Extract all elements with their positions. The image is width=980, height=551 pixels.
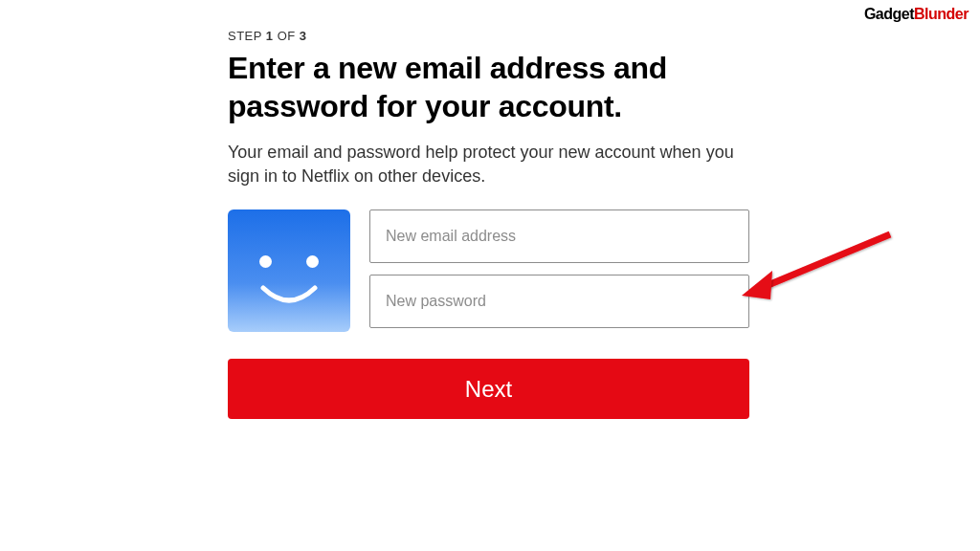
avatar-smile [259,284,319,311]
watermark: GadgetBlunder [864,6,969,23]
password-placeholder: New password [386,293,486,310]
password-field[interactable]: New password [369,275,749,328]
step-indicator: STEP 1 OF 3 [228,29,749,43]
form-row: New email address New password [228,209,749,332]
signup-form: STEP 1 OF 3 Enter a new email address an… [228,29,749,419]
avatar-eye-right [306,255,319,268]
email-placeholder: New email address [386,228,516,245]
avatar-eye-left [259,255,272,268]
watermark-part2: Blunder [914,6,969,22]
watermark-part1: Gadget [864,6,914,22]
next-button[interactable]: Next [228,359,749,419]
annotation-arrow [742,225,904,315]
page-title: Enter a new email address and password f… [228,49,749,125]
email-field[interactable]: New email address [369,209,749,263]
page-subtext: Your email and password help protect you… [228,141,749,188]
input-group: New email address New password [369,209,749,332]
next-button-label: Next [465,376,512,403]
profile-avatar [228,209,350,332]
